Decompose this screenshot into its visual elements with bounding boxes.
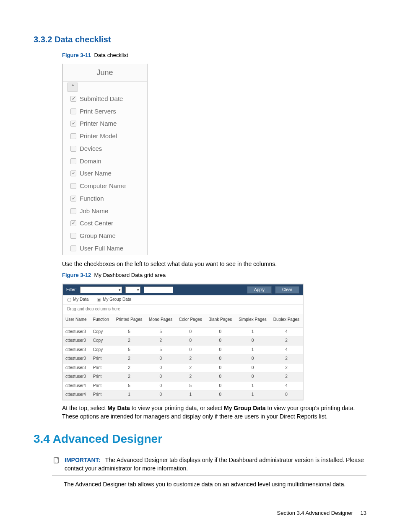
figure-3-12-caption-text: My Dashboard Data grid area <box>94 272 166 278</box>
checklist-description: Use the checkboxes on the left to select… <box>62 260 366 268</box>
heading-3-3-2: 3.3.2 Data checklist <box>34 34 366 46</box>
table-cell: Print <box>91 390 113 400</box>
table-cell: 2 <box>176 372 205 382</box>
clear-button[interactable]: Clear <box>275 286 299 294</box>
checkbox-icon[interactable] <box>70 245 76 251</box>
table-cell: 5 <box>113 327 146 336</box>
filter-op-select[interactable] <box>125 287 140 293</box>
table-cell: 0 <box>205 363 235 372</box>
important-note: IMPORTANT: The Advanced Designer tab dis… <box>52 453 366 476</box>
checklist-item[interactable]: Printer Model <box>63 130 147 142</box>
figure-3-12-label: Figure 3-12 <box>62 272 91 278</box>
checklist-item-label: Printer Model <box>80 132 117 141</box>
checkbox-icon[interactable] <box>70 108 76 114</box>
radio-my-group-data-label: My Group Data <box>103 297 131 302</box>
grid-filter-bar: Filter: Apply Clear <box>63 284 303 296</box>
checkbox-icon[interactable] <box>70 233 76 239</box>
filter-field-select[interactable] <box>80 287 122 293</box>
table-row[interactable]: cttestuser3Copy220002 <box>63 336 303 346</box>
table-cell: 0 <box>205 390 235 400</box>
checkbox-icon[interactable] <box>70 208 76 214</box>
table-row[interactable]: cttestuser4Print505014 <box>63 381 303 390</box>
checklist-item[interactable]: Group Name <box>63 230 147 242</box>
radio-my-group-data[interactable]: My Group Data <box>97 297 131 303</box>
grid-table: User NameFunctionPrinted PagesMono Pages… <box>63 314 303 400</box>
checklist-item[interactable]: Printer Name <box>63 117 147 130</box>
figure-3-11-caption-text: Data checklist <box>94 52 128 58</box>
important-icon <box>52 456 60 473</box>
table-cell: 0 <box>205 354 235 364</box>
table-row[interactable]: cttestuser3Print202002 <box>63 372 303 382</box>
grid-column-header[interactable]: Printed Pages <box>113 314 146 327</box>
table-cell: 4 <box>270 381 303 390</box>
table-cell: cttestuser3 <box>63 363 91 372</box>
checklist-item[interactable]: Print Servers <box>63 105 147 118</box>
checklist-item[interactable]: User Name <box>63 167 147 180</box>
table-cell: Copy <box>91 327 113 336</box>
table-cell: 0 <box>235 372 270 382</box>
table-cell: cttestuser3 <box>63 372 91 382</box>
table-row[interactable]: cttestuser3Copy550014 <box>63 345 303 354</box>
checkbox-icon[interactable] <box>70 146 76 152</box>
advanced-designer-description: The Advanced Designer tab allows you to … <box>64 480 366 488</box>
grid-column-header[interactable]: Function <box>91 314 113 327</box>
heading-3-4: 3.4 Advanced Designer <box>34 431 366 448</box>
table-cell: 5 <box>145 327 176 336</box>
apply-button[interactable]: Apply <box>247 286 272 294</box>
grid-column-header[interactable]: User Name <box>63 314 91 327</box>
table-cell: Print <box>91 354 113 364</box>
table-row[interactable]: cttestuser3Print202002 <box>63 354 303 364</box>
checkbox-icon[interactable] <box>70 133 76 139</box>
checkbox-icon[interactable] <box>70 196 76 201</box>
figure-3-12-caption: Figure 3-12 My Dashboard Data grid area <box>62 271 366 279</box>
checklist-item[interactable]: Devices <box>63 142 147 155</box>
table-cell: cttestuser4 <box>63 390 91 400</box>
grid-drag-hint[interactable]: Drag and drop columns here <box>63 305 303 315</box>
dashboard-data-grid: Filter: Apply Clear My Data My Group Dat… <box>62 284 304 400</box>
checkbox-icon[interactable] <box>70 121 76 127</box>
table-cell: 4 <box>270 327 303 336</box>
checkbox-icon[interactable] <box>70 183 76 189</box>
table-cell: Copy <box>91 336 113 346</box>
table-cell: 0 <box>145 381 176 390</box>
checkbox-icon[interactable] <box>70 220 76 226</box>
table-cell: 2 <box>270 363 303 372</box>
table-row[interactable]: cttestuser4Print101010 <box>63 390 303 400</box>
table-cell: 2 <box>270 336 303 346</box>
grid-column-header[interactable]: Color Pages <box>176 314 205 327</box>
table-cell: 2 <box>176 354 205 364</box>
table-cell: Print <box>91 381 113 390</box>
table-cell: 0 <box>235 336 270 346</box>
table-cell: cttestuser3 <box>63 345 91 354</box>
filter-value-input[interactable] <box>144 287 173 293</box>
table-cell: 1 <box>113 390 146 400</box>
checkbox-icon[interactable] <box>70 158 76 164</box>
collapse-toggle[interactable]: ˄ <box>67 83 78 92</box>
table-cell: 2 <box>113 354 146 364</box>
checklist-item[interactable]: Function <box>63 192 147 205</box>
checkbox-icon[interactable] <box>70 96 76 102</box>
grid-column-header[interactable]: Simplex Pages <box>235 314 270 327</box>
table-cell: 0 <box>176 345 205 354</box>
grid-column-header[interactable]: Mono Pages <box>145 314 176 327</box>
radio-my-data[interactable]: My Data <box>67 297 88 303</box>
grid-column-header[interactable]: Blank Pages <box>205 314 235 327</box>
checklist-item[interactable]: Job Name <box>63 205 147 217</box>
table-cell: 0 <box>176 327 205 336</box>
checkbox-icon[interactable] <box>70 170 76 176</box>
checklist-item-label: Printer Name <box>80 119 117 128</box>
table-cell: cttestuser3 <box>63 354 91 364</box>
checklist-item[interactable]: Computer Name <box>63 180 147 192</box>
checklist-item-label: Cost Center <box>80 219 113 228</box>
table-row[interactable]: cttestuser3Copy550014 <box>63 327 303 336</box>
grid-column-header[interactable]: Duplex Pages <box>270 314 303 327</box>
checklist-item[interactable]: Domain <box>63 155 147 168</box>
checklist-item[interactable]: Submitted Date <box>63 93 147 105</box>
checklist-item[interactable]: Cost Center <box>63 217 147 230</box>
table-row[interactable]: cttestuser3Print202002 <box>63 363 303 372</box>
table-cell: 2 <box>145 336 176 346</box>
radio-my-data-label: My Data <box>73 297 88 302</box>
table-cell: Copy <box>91 345 113 354</box>
checklist-item[interactable]: User Full Name <box>63 242 147 255</box>
data-checklist-widget: June ˄ Submitted DatePrint ServersPrinte… <box>62 64 148 255</box>
